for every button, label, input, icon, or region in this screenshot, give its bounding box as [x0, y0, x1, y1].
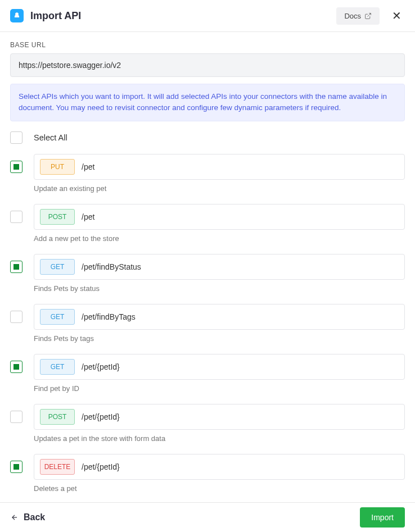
- close-icon: ✕: [392, 10, 402, 22]
- close-button[interactable]: ✕: [389, 7, 405, 25]
- back-button[interactable]: Back: [10, 512, 45, 522]
- info-box: Select APIs which you want to import. It…: [10, 84, 405, 121]
- api-path: /pet/{petId}: [82, 462, 120, 471]
- page-title: Import API: [30, 10, 336, 22]
- api-row: POST /pet Add a new pet to the store: [10, 204, 405, 251]
- header: Import API Docs ✕: [0, 0, 415, 32]
- api-row: PUT /pet Update an existing pet: [10, 154, 405, 201]
- api-bar[interactable]: GET /pet/findByStatus: [34, 254, 405, 280]
- api-bar[interactable]: POST /pet/{petId}: [34, 404, 405, 430]
- api-description: Find pet by ID: [34, 384, 405, 393]
- api-row: POST /pet/{petId} Updates a pet in the s…: [10, 404, 405, 451]
- api-row-content: PUT /pet Update an existing pet: [34, 154, 405, 201]
- main-content: BASE URL https://petstore.swagger.io/v2 …: [0, 32, 415, 507]
- docs-button[interactable]: Docs: [336, 7, 380, 25]
- base-url-label: BASE URL: [10, 41, 405, 49]
- docs-label: Docs: [344, 12, 361, 20]
- api-row: DELETE /pet/{petId} Deletes a pet: [10, 454, 405, 501]
- base-url-field[interactable]: https://petstore.swagger.io/v2: [10, 53, 405, 77]
- api-bar[interactable]: GET /pet/findByTags: [34, 304, 405, 330]
- api-path: /pet: [82, 212, 94, 221]
- api-row-content: POST /pet Add a new pet to the store: [34, 204, 405, 251]
- api-row: GET /pet/findByStatus Finds Pets by stat…: [10, 254, 405, 301]
- external-link-icon: [364, 12, 372, 20]
- api-row-content: GET /pet/findByTags Finds Pets by tags: [34, 304, 405, 351]
- select-all-label: Select All: [34, 133, 67, 142]
- back-label: Back: [24, 512, 45, 522]
- api-method-badge: GET: [40, 309, 75, 325]
- api-path: /pet/findByStatus: [82, 262, 141, 271]
- select-all-row: Select All: [10, 128, 405, 154]
- api-method-badge: POST: [40, 209, 75, 225]
- api-path: /pet/{petId}: [82, 412, 120, 421]
- api-bar[interactable]: DELETE /pet/{petId}: [34, 454, 405, 480]
- api-row-content: POST /pet/{petId} Updates a pet in the s…: [34, 404, 405, 451]
- api-method-badge: PUT: [40, 159, 75, 175]
- api-list: PUT /pet Update an existing pet POST /pe…: [10, 154, 405, 508]
- api-description: Deletes a pet: [34, 484, 405, 493]
- api-checkbox[interactable]: [10, 261, 22, 273]
- app-logo: [10, 9, 24, 22]
- api-method-badge: GET: [40, 359, 75, 375]
- api-checkbox[interactable]: [10, 311, 22, 323]
- api-checkbox[interactable]: [10, 211, 22, 223]
- api-method-badge: GET: [40, 259, 75, 275]
- api-path: /pet/findByTags: [82, 312, 136, 321]
- api-path: /pet: [82, 162, 94, 171]
- api-description: Finds Pets by tags: [34, 334, 405, 343]
- import-button[interactable]: Import: [360, 507, 405, 528]
- api-method-badge: DELETE: [40, 459, 75, 475]
- api-path: /pet/{petId}: [82, 362, 120, 371]
- api-checkbox[interactable]: [10, 361, 22, 373]
- api-bar[interactable]: PUT /pet: [34, 154, 405, 180]
- api-row-content: DELETE /pet/{petId} Deletes a pet: [34, 454, 405, 501]
- api-description: Update an existing pet: [34, 184, 405, 193]
- svg-line-0: [367, 13, 371, 16]
- select-all-checkbox[interactable]: [10, 131, 22, 144]
- api-checkbox[interactable]: [10, 461, 22, 473]
- api-bar[interactable]: POST /pet: [34, 204, 405, 230]
- api-checkbox[interactable]: [10, 411, 22, 423]
- api-row: GET /pet/findByTags Finds Pets by tags: [10, 304, 405, 351]
- api-bar[interactable]: GET /pet/{petId}: [34, 354, 405, 380]
- api-description: Finds Pets by status: [34, 284, 405, 293]
- api-row-content: GET /pet/findByStatus Finds Pets by stat…: [34, 254, 405, 301]
- api-method-badge: POST: [40, 409, 75, 425]
- api-description: Add a new pet to the store: [34, 234, 405, 243]
- arrow-left-icon: [10, 513, 19, 521]
- api-row: GET /pet/{petId} Find pet by ID: [10, 354, 405, 401]
- api-description: Updates a pet in the store with form dat…: [34, 434, 405, 443]
- footer: Back Import: [0, 502, 415, 532]
- api-row-content: GET /pet/{petId} Find pet by ID: [34, 354, 405, 401]
- api-checkbox[interactable]: [10, 161, 22, 173]
